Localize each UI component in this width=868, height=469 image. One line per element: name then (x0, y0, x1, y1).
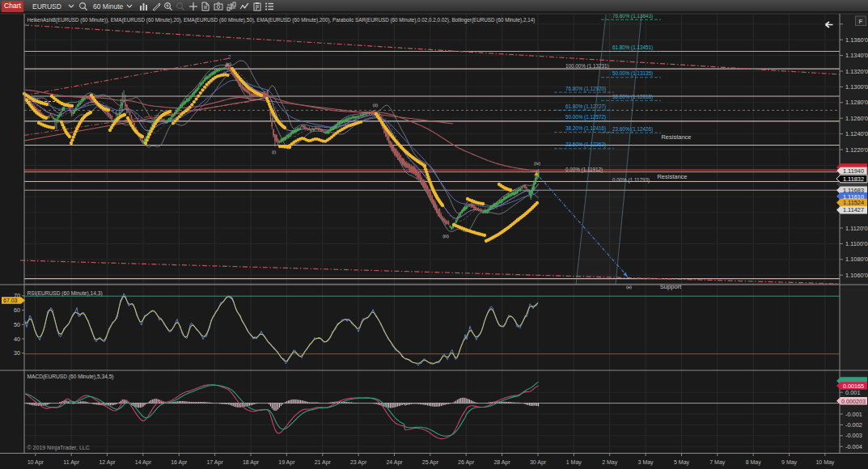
svg-text:1 May: 1 May (566, 459, 582, 466)
svg-text:23 Apr: 23 Apr (350, 459, 367, 466)
svg-text:50: 50 (14, 321, 20, 328)
svg-text:67.03: 67.03 (3, 298, 18, 303)
svg-text:11 Apr: 11 Apr (63, 459, 79, 466)
svg-text:1.1060'0: 1.1060'0 (845, 272, 868, 279)
svg-text:(iv): (iv) (534, 161, 540, 166)
svg-text:1.1240'0: 1.1240'0 (845, 130, 868, 137)
svg-text:1.11427: 1.11427 (843, 206, 864, 213)
svg-text:1.1320'0: 1.1320'0 (845, 68, 868, 75)
svg-text:-0.001: -0.001 (845, 411, 862, 418)
svg-text:© 2019 NinjaTrader, LLC: © 2019 NinjaTrader, LLC (28, 445, 90, 451)
svg-text:18 Apr: 18 Apr (243, 459, 260, 466)
svg-text:2: 2 (228, 54, 231, 60)
svg-text:0.000203: 0.000203 (841, 398, 866, 405)
svg-text:17 Apr: 17 Apr (206, 459, 223, 466)
svg-text:(iii): (iii) (442, 234, 449, 239)
svg-text:1.1360'0: 1.1360'0 (845, 36, 868, 44)
svg-text:1.1300'0: 1.1300'0 (845, 83, 868, 91)
svg-text:(ii): (ii) (373, 103, 379, 108)
svg-text:76.80% (1.12920): 76.80% (1.12920) (565, 86, 606, 92)
svg-text:HeikenAshi8(EURUSD (60 Minute): HeikenAshi8(EURUSD (60 Minute)), EMA(EUR… (28, 17, 536, 23)
svg-text:40: 40 (14, 336, 20, 343)
svg-text:23.60% (1.12262): 23.60% (1.12262) (565, 142, 606, 148)
svg-text:24 Apr: 24 Apr (386, 459, 403, 466)
svg-text:2 May: 2 May (602, 459, 618, 466)
svg-text:38.20% (1.12818): 38.20% (1.12818) (612, 94, 653, 100)
svg-text:12 Apr: 12 Apr (99, 459, 116, 466)
svg-text:16 Apr: 16 Apr (171, 459, 188, 466)
svg-text:26 Apr: 26 Apr (458, 459, 475, 466)
svg-text:30: 30 (14, 349, 20, 357)
svg-text:61.80% (1.13451): 61.80% (1.13451) (612, 44, 653, 51)
svg-text:30 Apr: 30 Apr (530, 459, 547, 466)
svg-text:50.00% (1.12572): 50.00% (1.12572) (565, 114, 606, 120)
svg-text:23.60% (1.12426): 23.60% (1.12426) (612, 126, 653, 133)
svg-text:3 May: 3 May (638, 459, 654, 466)
svg-text:1.1260'0: 1.1260'0 (845, 115, 868, 122)
svg-text:38.20% (1.12416): 38.20% (1.12416) (565, 125, 606, 132)
svg-text:28 Apr: 28 Apr (493, 459, 510, 466)
svg-text:1.11940: 1.11940 (843, 167, 864, 175)
svg-text:10 May: 10 May (815, 459, 834, 466)
svg-text:F: F (859, 18, 863, 25)
svg-text:(c): (c) (226, 61, 231, 66)
svg-text:-0.004: -0.004 (845, 443, 862, 450)
svg-text:100.00% (1.13231): 100.00% (1.13231) (565, 63, 609, 70)
svg-text:0.00165: 0.00165 (843, 382, 864, 390)
svg-text:0.00% (1.11912): 0.00% (1.11912) (565, 167, 603, 173)
svg-text:(i): (i) (272, 150, 276, 154)
svg-text:Resistance: Resistance (657, 173, 687, 180)
svg-text:21 Apr: 21 Apr (315, 459, 332, 466)
svg-text:0.00% (1.11793): 0.00% (1.11793) (612, 177, 650, 184)
svg-text:Resistance: Resistance (661, 133, 691, 141)
svg-text:-0.002: -0.002 (845, 421, 862, 429)
svg-text:1.1120'0: 1.1120'0 (845, 225, 868, 232)
svg-text:1.1080'0: 1.1080'0 (845, 256, 868, 263)
svg-text:25 Apr: 25 Apr (422, 459, 439, 466)
svg-text:10 Apr: 10 Apr (28, 459, 44, 466)
svg-text:1.11524: 1.11524 (843, 199, 864, 206)
svg-text:61.80% (1.12727): 61.80% (1.12727) (565, 104, 606, 110)
svg-text:0.001: 0.001 (845, 389, 861, 396)
svg-text:1.1280'0: 1.1280'0 (845, 99, 868, 106)
svg-text:1.1340'0: 1.1340'0 (845, 52, 868, 59)
svg-text:19 Apr: 19 Apr (278, 459, 295, 466)
svg-text:50.00% (1.13135): 50.00% (1.13135) (612, 70, 653, 77)
svg-text:8 May: 8 May (746, 459, 762, 466)
svg-text:14 Apr: 14 Apr (135, 459, 152, 466)
svg-text:-0.003: -0.003 (845, 432, 862, 439)
svg-text:RSI(EURUSD (60 Minute),14,3): RSI(EURUSD (60 Minute),14,3) (28, 290, 103, 297)
svg-text:7 May: 7 May (709, 459, 726, 466)
svg-text:60: 60 (14, 306, 20, 314)
svg-text:1.1220'0: 1.1220'0 (845, 146, 868, 154)
svg-text:MACD(EURUSD (60 Minute),5,34,5: MACD(EURUSD (60 Minute),5,34,5) (28, 374, 114, 380)
svg-text:1.11832: 1.11832 (843, 175, 864, 183)
svg-text:1.1100'0: 1.1100'0 (845, 240, 868, 247)
svg-text:9 May: 9 May (781, 459, 798, 466)
svg-text:5 May: 5 May (674, 459, 690, 466)
